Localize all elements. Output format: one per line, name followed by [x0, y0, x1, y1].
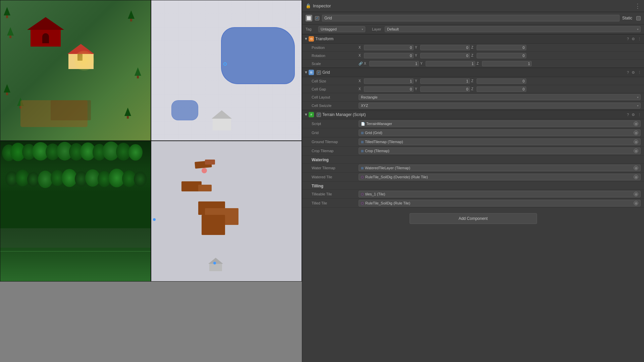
tilled-tile-icon: ⬡ [361, 201, 364, 205]
cell-swizzle-value: XYZ [361, 104, 368, 108]
grid-active-checkbox[interactable] [317, 70, 321, 75]
object-active-checkbox[interactable] [315, 16, 319, 20]
transform-settings-icon[interactable]: ⚙ [632, 37, 635, 41]
position-label: Position [312, 46, 359, 50]
position-z-label: Z [471, 46, 475, 49]
tilled-tile-ref-picker[interactable]: ◎ [634, 201, 638, 205]
position-x-input[interactable] [364, 45, 414, 50]
position-y-label: Y [415, 46, 419, 49]
object-name-field[interactable] [322, 15, 620, 21]
cell-size-y-input[interactable] [420, 78, 470, 84]
terrain-arrow-icon: ▶ [305, 114, 308, 116]
tilleable-tile-row: Tilleable Tile ⬡ tiles_1 (Tile) ◎ [302, 190, 644, 199]
cell-swizzle-dropdown[interactable]: XYZ [359, 103, 641, 109]
layer-label: Layer [372, 27, 382, 31]
grid-component-icon: ⊞ [309, 70, 314, 75]
add-component-button[interactable]: Add Component [410, 213, 537, 224]
position-y-input[interactable] [420, 45, 470, 50]
terrain-menu-icon[interactable]: ⋮ [638, 113, 641, 117]
crop-tilemap-ref-text: Crop (Tilemap) [365, 149, 632, 153]
inspector-menu-icon[interactable]: ⋮ [635, 2, 641, 10]
position-z-input[interactable] [477, 45, 526, 50]
lock-icon[interactable]: 🔒 [306, 3, 311, 8]
watered-tile-ref-value[interactable]: ⬡ RuleTile_SoilDig (Override) (Rule Tile… [359, 174, 641, 180]
transform-section-header[interactable]: ▶ ⟲ Transform ? ⚙ ⋮ [302, 34, 644, 44]
viewport-area [0, 0, 302, 362]
rotation-z-input[interactable] [477, 53, 526, 58]
script-row: Script 📄 TerrainManager ◎ [302, 119, 644, 128]
tag-label: Tag [306, 27, 316, 31]
crop-tilemap-ref-value[interactable]: ⊞ Crop (Tilemap) ◎ [359, 147, 641, 154]
position-row: Position X Y Z [302, 44, 644, 52]
add-component-area: Add Component [302, 208, 644, 229]
transform-icon: ⟲ [309, 36, 314, 42]
tilled-tile-ref-value[interactable]: ⬡ RuleTile_SoilDig (Rule Tile) ◎ [359, 200, 641, 206]
viewport-panel-farm-day[interactable] [0, 0, 151, 141]
terrain-script-icon: # [309, 112, 314, 117]
ground-tilemap-ref-picker[interactable]: ◎ [634, 139, 638, 144]
grid-settings-icon[interactable]: ⚙ [632, 70, 635, 75]
script-ref-text: TerrainManager [366, 122, 632, 126]
tilled-tile-row: Tilled Tile ⬡ RuleTile_SoilDig (Rule Til… [302, 199, 644, 208]
layer-value: Default [387, 27, 399, 31]
transform-help-icon[interactable]: ? [627, 37, 629, 41]
scale-x-input[interactable] [369, 61, 419, 66]
terrain-active-checkbox[interactable] [317, 113, 321, 117]
scale-z-label: Z [477, 62, 481, 65]
cell-size-z-input[interactable] [477, 78, 526, 84]
water-tilemap-ref-value[interactable]: ⊞ WateredTileLayer (Tilemap) ◎ [359, 165, 641, 171]
grid-section-header[interactable]: ▶ ⊞ Grid ? ⚙ ⋮ [302, 68, 644, 77]
transform-section-name: Transform [315, 37, 626, 41]
transform-menu-icon[interactable]: ⋮ [638, 37, 641, 41]
terrain-section-name: Terrain Manager (Script) [322, 112, 626, 117]
static-checkbox[interactable] [636, 16, 641, 20]
ground-tilemap-ref-value[interactable]: ⊞ TilledTilemap (Tilemap) ◎ [359, 138, 641, 145]
crop-tilemap-ref-picker[interactable]: ◎ [634, 148, 638, 153]
grid-ref-picker[interactable]: ◎ [634, 130, 638, 135]
tag-dropdown[interactable]: Untagged [318, 26, 365, 32]
inspector-header: 🔒 Inspector ⋮ [302, 0, 644, 12]
tilleable-tile-ref-picker[interactable]: ◎ [634, 192, 638, 196]
cell-layout-label: Cell Layout [312, 95, 359, 99]
ground-tilemap-icon: ⊞ [361, 140, 364, 144]
tilleable-tile-ref-value[interactable]: ⬡ tiles_1 (Tile) ◎ [359, 191, 641, 197]
rotation-x-input[interactable] [364, 53, 414, 58]
scale-z-input[interactable] [482, 61, 532, 66]
scale-link-icon: 🔗 [359, 62, 363, 65]
viewport-panel-farm-night[interactable] [151, 0, 302, 141]
script-ref-value[interactable]: 📄 TerrainManager ◎ [359, 120, 641, 127]
cell-swizzle-row: Cell Swizzle XYZ [302, 102, 644, 110]
water-tilemap-ref-picker[interactable]: ◎ [634, 166, 638, 170]
tag-layer-row: Tag Untagged Layer Default [302, 24, 644, 34]
ground-tilemap-row: Ground Tilemap ⊞ TilledTilemap (Tilemap)… [302, 137, 644, 146]
script-type-icon: 📄 [361, 122, 365, 126]
layer-dropdown[interactable]: Default [385, 26, 641, 32]
watered-tile-icon: ⬡ [361, 175, 364, 179]
grid-section-name: Grid [322, 70, 626, 75]
grid-ref-text: Grid (Grid) [365, 131, 632, 135]
viewport-panel-tilled-earth[interactable] [151, 141, 302, 282]
cell-gap-z-input[interactable] [477, 86, 526, 92]
watered-tile-ref-picker[interactable]: ◎ [634, 175, 638, 179]
water-tilemap-row: Water Tilemap ⊞ WateredTileLayer (Tilema… [302, 164, 644, 173]
script-ref-picker[interactable]: ◎ [634, 121, 638, 126]
cell-gap-row: Cell Gap X Y Z [302, 85, 644, 93]
cell-gap-y-input[interactable] [420, 86, 470, 92]
terrain-help-icon[interactable]: ? [627, 113, 629, 117]
grid-menu-icon[interactable]: ⋮ [638, 70, 641, 75]
terrain-section-header[interactable]: ▶ # Terrain Manager (Script) ? ⚙ ⋮ [302, 110, 644, 119]
grid-ref-value[interactable]: ⊞ Grid (Grid) ◎ [359, 129, 641, 136]
cell-size-x-input[interactable] [364, 78, 414, 84]
cell-gap-x-input[interactable] [364, 86, 414, 92]
cell-layout-dropdown[interactable]: Rectangle [359, 94, 641, 100]
rotation-y-label: Y [415, 54, 419, 57]
scale-y-input[interactable] [426, 61, 475, 66]
viewport-panel-forest[interactable] [0, 141, 151, 282]
crop-tilemap-icon: ⊞ [361, 149, 364, 153]
watering-subsection: Watering [302, 156, 644, 164]
cell-gap-label: Cell Gap [312, 87, 359, 91]
grid-help-icon[interactable]: ? [627, 70, 629, 75]
terrain-settings-icon[interactable]: ⚙ [632, 113, 635, 117]
watering-label: Watering [312, 158, 329, 162]
rotation-y-input[interactable] [420, 53, 470, 58]
